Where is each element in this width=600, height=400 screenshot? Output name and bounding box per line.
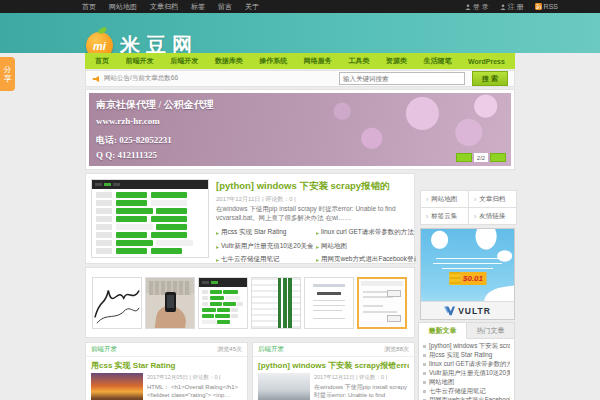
top-menu-tags[interactable]: 标签 bbox=[191, 2, 205, 12]
view-count: 浏览45次 bbox=[217, 345, 242, 354]
quick-link-label: 网站地图 bbox=[431, 195, 457, 204]
slider-next-button[interactable] bbox=[490, 153, 506, 162]
sunset-thumbnail[interactable] bbox=[91, 373, 143, 400]
nav-network[interactable]: 网络服务 bbox=[304, 56, 332, 66]
banner-ad[interactable]: 南京社保代理 / 公积金代理 www.rzh-hr.com 电话: 025-82… bbox=[89, 93, 511, 166]
page: 首页 网站地图 文章归档 标签 留言 关于 登 录 注 册 RSS mi bbox=[0, 0, 600, 400]
article-excerpt: 在windows 下使用pip install scrapy 时提示error:… bbox=[314, 383, 409, 400]
rss-label: RSS bbox=[544, 3, 558, 10]
sidebar-quick-links: ›网站地图 ›文章归档 ›标签云集 ›友情链接 bbox=[420, 190, 517, 225]
share-side-tab[interactable]: 分享 bbox=[0, 57, 15, 91]
chevron-right-icon: › bbox=[426, 213, 428, 220]
phone-photo-thumbnail[interactable] bbox=[145, 277, 195, 329]
nav-tools[interactable]: 工具类 bbox=[348, 56, 369, 66]
quick-link-friends[interactable]: ›友情链接 bbox=[469, 208, 516, 224]
dialog-line bbox=[363, 305, 383, 307]
top-menu-archive[interactable]: 文章归档 bbox=[150, 2, 178, 12]
article-title[interactable]: [python] windows 下安装 scrapy报错error: bbox=[258, 360, 409, 371]
search-button[interactable]: 搜 索 bbox=[472, 71, 508, 86]
arrow-icon: ▸ bbox=[216, 229, 219, 236]
page-line bbox=[313, 300, 345, 302]
coupon-stub-graphic bbox=[449, 272, 460, 285]
post-thumbnail-carousel bbox=[85, 267, 415, 338]
featured-title[interactable]: [python] windows 下安装 scrapy报错的 bbox=[216, 180, 412, 193]
post-list-item[interactable]: 用css 实现 Star Rating bbox=[423, 351, 510, 360]
related-link[interactable]: ▸七牛云存储使用笔记 bbox=[216, 255, 316, 264]
vultr-ad-banner[interactable]: $0.01 VULTR bbox=[420, 228, 515, 320]
related-link[interactable]: ▸用css 实现 Star Rating bbox=[216, 228, 316, 237]
green-table-graphic bbox=[92, 189, 208, 255]
chevron-right-icon: › bbox=[426, 196, 428, 203]
category-link[interactable]: 前端开发 bbox=[91, 345, 117, 354]
banner-line-3: 电话: 025-82052231 bbox=[96, 134, 172, 147]
top-menu-home[interactable]: 首页 bbox=[82, 2, 96, 12]
nav-home[interactable]: 首页 bbox=[95, 56, 109, 66]
page-title-line bbox=[317, 292, 341, 295]
quick-link-sitemap[interactable]: ›网站地图 bbox=[421, 191, 468, 207]
megaphone-icon bbox=[92, 75, 100, 83]
category-link[interactable]: 后端开发 bbox=[258, 345, 284, 354]
post-list-item[interactable]: 网站地图 bbox=[423, 378, 510, 387]
tab-hot-posts[interactable]: 热门文章 bbox=[467, 323, 514, 338]
striped-list-thumbnail[interactable] bbox=[251, 277, 301, 329]
related-links-col-1: ▸用css 实现 Star Rating ▸Vultr新用户注册充值10送20美… bbox=[216, 228, 316, 264]
sidebar-posts-widget: 最新文章 热门文章 [python] windows 下安装 scrapy 用c… bbox=[418, 322, 515, 400]
post-list-item[interactable]: 用网页web方式退出Facebook登录 bbox=[423, 396, 510, 400]
rss-link[interactable]: RSS bbox=[535, 3, 558, 10]
mountain-thumbnail[interactable] bbox=[258, 373, 310, 400]
top-menu-sitemap[interactable]: 网站地图 bbox=[109, 2, 137, 12]
article-date: 2017年12月11日 | 评论数：0 | bbox=[314, 374, 409, 381]
nav-life[interactable]: 生活随笔 bbox=[424, 56, 452, 66]
article-excerpt: HTML： <h1>Overall Rating</h1> <fieldset … bbox=[147, 383, 242, 400]
nav-os[interactable]: 操作系统 bbox=[259, 56, 287, 66]
arrow-icon: ▸ bbox=[316, 229, 319, 236]
sketch-thumbnail[interactable] bbox=[92, 277, 142, 329]
quick-link-tags[interactable]: ›标签云集 bbox=[421, 208, 468, 224]
quick-link-archive[interactable]: ›文章归档 bbox=[469, 191, 516, 207]
login-link[interactable]: 登 录 bbox=[465, 2, 489, 12]
view-count: 浏览88次 bbox=[384, 345, 409, 354]
related-link[interactable]: ▸Vultr新用户注册充值10送20美金 bbox=[216, 242, 316, 251]
dialog-line bbox=[363, 311, 397, 313]
related-link-label: linux curl GET请求带参数的方法 bbox=[321, 228, 414, 237]
post-list-item[interactable]: linux curl GET请求带参数的方法 bbox=[423, 360, 510, 369]
notice-text: 网站公告/当前文章总数66 bbox=[104, 74, 178, 83]
user-plus-icon bbox=[500, 4, 506, 10]
related-link[interactable]: ▸用网页web方式退出Facebook登录 bbox=[316, 255, 416, 264]
register-link[interactable]: 注 册 bbox=[500, 2, 524, 12]
post-list-item[interactable]: 七牛云存储使用笔记 bbox=[423, 387, 510, 396]
post-title: linux curl GET请求带参数的方法 bbox=[429, 360, 510, 369]
post-title: [python] windows 下安装 scrapy bbox=[429, 342, 510, 351]
post-list-item[interactable]: Vultr新用户注册充值10送20美金 bbox=[423, 369, 510, 378]
green-table-thumbnail[interactable] bbox=[198, 277, 248, 329]
tab-latest-posts[interactable]: 最新文章 bbox=[419, 323, 467, 339]
post-list-item[interactable]: [python] windows 下安装 scrapy bbox=[423, 342, 510, 351]
search-input[interactable] bbox=[339, 72, 465, 85]
article-body: 2017年12月11日 | 评论数：0 | 在windows 下使用pip in… bbox=[253, 373, 414, 400]
nginx-page-thumbnail[interactable] bbox=[304, 277, 354, 329]
search-box: 搜 索 bbox=[339, 71, 508, 86]
page-line bbox=[313, 310, 342, 312]
vultr-logo-icon bbox=[444, 306, 455, 316]
page-line bbox=[313, 318, 345, 320]
article-title[interactable]: 用css 实现 Star Rating bbox=[91, 360, 242, 371]
nav-wordpress[interactable]: WordPress bbox=[468, 58, 505, 65]
article-card-header: 前端开发 浏览45次 bbox=[86, 343, 247, 357]
slider-prev-button[interactable] bbox=[456, 153, 472, 162]
top-utility-bar: 首页 网站地图 文章归档 标签 留言 关于 登 录 注 册 RSS bbox=[0, 0, 600, 13]
windows-dialog-thumbnail[interactable] bbox=[357, 277, 407, 329]
vultr-brand-text: VULTR bbox=[458, 306, 491, 316]
featured-thumbnail[interactable] bbox=[91, 179, 209, 258]
article-card: 后端开发 浏览88次 [python] windows 下安装 scrapy报错… bbox=[252, 342, 415, 400]
coupon-price: $0.01 bbox=[460, 272, 486, 285]
top-menu-guestbook[interactable]: 留言 bbox=[218, 2, 232, 12]
nav-resources[interactable]: 资源类 bbox=[386, 56, 407, 66]
article-info: 2017年12月05日 | 评论数：0 | HTML： <h1>Overall … bbox=[147, 373, 242, 400]
related-link[interactable]: ▸linux curl GET请求带参数的方法 bbox=[316, 228, 416, 237]
nav-backend[interactable]: 后端开发 bbox=[170, 56, 198, 66]
post-title: 网站地图 bbox=[429, 378, 454, 387]
related-link[interactable]: ▸网站地图 bbox=[316, 242, 416, 251]
top-menu-about[interactable]: 关于 bbox=[245, 2, 259, 12]
nav-database[interactable]: 数据库类 bbox=[215, 56, 243, 66]
nav-frontend[interactable]: 前端开发 bbox=[126, 56, 154, 66]
